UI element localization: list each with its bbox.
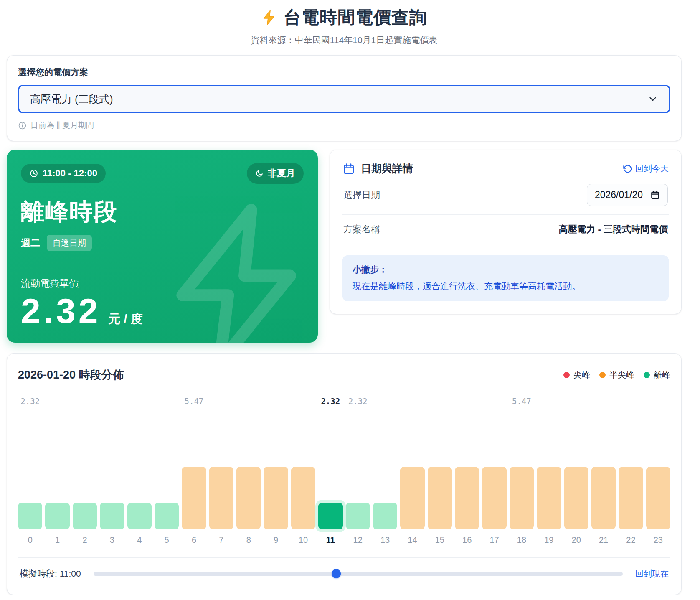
hour-label-1: 1 [45,535,69,545]
hour-label-17: 17 [482,535,506,545]
bar-hour-22 [619,467,643,529]
page: 台電時間電價查詢 資料來源：中華民國114年10月1日起實施電價表 選擇您的電價… [7,0,682,595]
plan-select[interactable]: 高壓電力 (三段式) [18,85,670,113]
legend-dot-icon [563,372,570,378]
time-slider[interactable] [94,569,623,578]
bar-slot-hour-20 [564,467,588,529]
hour-label-2: 2 [73,535,97,545]
bar-hour-0 [18,503,42,529]
hour-label-6: 6 [182,535,206,545]
back-to-today-text: 回到今天 [635,163,669,174]
tip-title: 小撇步： [353,264,659,275]
price-unit: 元 / 度 [109,311,143,328]
bar-slot-hour-16 [455,467,479,529]
bar-slot-hour-14 [400,467,424,529]
hour-label-13: 13 [373,535,397,545]
period-name: 離峰時段 [21,196,304,228]
bar-hour-16 [455,467,479,529]
time-slider-row: 模擬時段: 11:00 回到現在 [18,557,670,585]
bar-value-label: 5.47 [185,397,204,406]
hour-label-18: 18 [510,535,534,545]
value-label-slot [291,397,315,407]
date-row-label: 選擇日期 [343,189,380,201]
tip-text: 現在是離峰時段，適合進行洗衣、充電動車等高耗電活動。 [353,280,659,293]
value-label-slot [428,397,452,407]
bar-hour-21 [591,467,616,529]
bar-value-label: 2.32 [321,397,340,406]
bar-slot-hour-5 [155,503,179,529]
bar-slot-hour-1 [45,503,69,529]
bar-hour-8 [236,467,261,529]
bar-slot-hour-2 [73,503,97,529]
bar-slot-hour-3 [100,503,124,529]
hour-label-5: 5 [155,535,179,545]
date-mode-badge: 自選日期 [47,235,92,251]
bar-hour-19 [537,467,561,529]
season-badge: 非夏月 [247,163,304,184]
date-row: 選擇日期 2026/01/20 [342,175,669,215]
date-input[interactable]: 2026/01/20 [587,184,668,206]
bar-slot-hour-22 [619,467,643,529]
plan-name-row: 方案名稱 高壓電力 - 三段式時間電價 [342,215,669,244]
bar-hour-2 [73,503,97,529]
back-to-now-link[interactable]: 回到現在 [635,568,669,580]
hour-label-22: 22 [619,535,643,545]
value-label-slot [619,397,643,407]
hour-label-3: 3 [100,535,124,545]
hour-label-11: 11 [318,535,342,545]
back-to-today-link[interactable]: 回到今天 [623,163,669,174]
price-label: 流動電費單價 [21,277,304,290]
details-title: 日期與詳情 [361,162,413,175]
bar-slot-hour-11 [318,503,342,529]
bar-hour-17 [482,467,506,529]
value-label-slot [100,397,124,407]
chart-title: 2026-01-20 時段分佈 [18,367,124,382]
lightning-bolt-icon [261,9,278,26]
hour-label-12: 12 [346,535,370,545]
bar-value-label: 5.47 [512,397,531,406]
slider-track[interactable] [94,572,623,576]
bar-slot-hour-13 [373,503,397,529]
plan-select-value: 高壓電力 (三段式) [30,92,113,106]
bar-slot-hour-6 [182,467,206,529]
calendar-small-icon [650,190,660,200]
bar-slot-hour-0 [18,503,42,529]
bar-slot-hour-12 [346,503,370,529]
bar-hour-12 [346,503,370,529]
legend-item: 半尖峰 [599,369,634,381]
bar-chart [18,407,670,529]
slider-label: 模擬時段: 11:00 [20,568,81,580]
hour-label-4: 4 [127,535,152,545]
bar-slot-hour-19 [537,467,561,529]
hour-label-0: 0 [18,535,42,545]
value-label-slot: 2.32 [346,397,370,407]
value-label-slot [591,397,616,407]
season-badge-text: 非夏月 [268,167,295,180]
hour-label-8: 8 [236,535,261,545]
hour-label-9: 9 [264,535,288,545]
bar-hour-3 [100,503,124,529]
bar-value-label: 2.32 [348,397,368,406]
bar-value-label: 2.32 [20,397,40,406]
value-label-slot: 2.32 [318,397,342,407]
hour-label-16: 16 [455,535,479,545]
bar-slot-hour-8 [236,467,261,529]
slider-thumb[interactable] [332,569,341,578]
value-label-slot [155,397,179,407]
season-info-text: 目前為非夏月期間 [30,120,94,131]
time-range-text: 11:00 - 12:00 [43,168,97,179]
bar-hour-9 [264,467,288,529]
value-label-slot [455,397,479,407]
bar-hour-15 [428,467,452,529]
bar-slot-hour-7 [209,467,233,529]
calendar-icon [342,163,355,175]
bar-slot-hour-18 [510,467,534,529]
legend-label: 尖峰 [573,369,590,381]
bar-slot-hour-4 [127,503,152,529]
bar-slot-hour-10 [291,467,315,529]
plan-selector-label: 選擇您的電價方案 [18,66,670,78]
bar-hour-11 [318,503,342,529]
value-label-slot [646,397,670,407]
bar-slot-hour-17 [482,467,506,529]
legend-item: 尖峰 [563,369,590,381]
